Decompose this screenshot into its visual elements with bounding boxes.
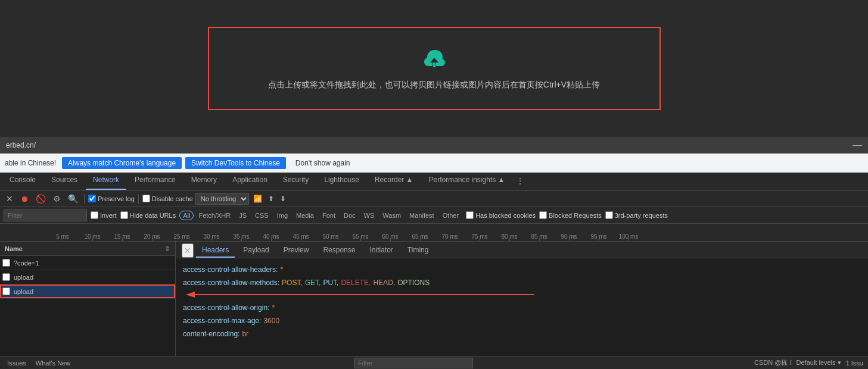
hide-data-urls-label[interactable]: Hide data URLs bbox=[120, 211, 176, 219]
header-name-allow-headers: access-control-allow-headers: bbox=[183, 264, 278, 275]
csdn-watermark: CSDN @栋 / bbox=[754, 358, 792, 367]
import-btn[interactable]: ⬆ bbox=[266, 193, 276, 204]
tab-recorder[interactable]: Recorder ▲ bbox=[368, 171, 421, 190]
request-item-upload1-checkbox[interactable] bbox=[2, 273, 10, 281]
tab-application[interactable]: Application bbox=[225, 171, 275, 190]
filter-img[interactable]: Img bbox=[273, 211, 291, 220]
bottom-tabs: Issues What's New bbox=[5, 358, 73, 368]
request-item-code-checkbox[interactable] bbox=[2, 259, 10, 267]
tab-payload[interactable]: Payload bbox=[237, 243, 275, 258]
wifi-icon-btn[interactable]: 📶 bbox=[251, 193, 264, 204]
record-btn[interactable]: ⏺ bbox=[18, 193, 31, 204]
filter-wasm[interactable]: Wasm bbox=[379, 211, 405, 220]
upload-instruction-text: 点击上传或将文件拖拽到此处，也可以拷贝图片链接或图片内容后在首页按Ctrl+V粘… bbox=[268, 80, 600, 90]
request-item-upload-2[interactable]: upload bbox=[0, 284, 175, 299]
invert-label[interactable]: Invert bbox=[91, 211, 117, 219]
network-timeline: 5 ms 10 ms 15 ms 20 ms 25 ms 30 ms 35 ms… bbox=[0, 224, 868, 242]
filter-ws[interactable]: WS bbox=[360, 211, 378, 220]
requests-name-column-header: Name bbox=[5, 245, 23, 252]
tick-75ms: 75 ms bbox=[465, 233, 494, 241]
header-name-allow-origin: access-control-allow-origin: bbox=[183, 302, 269, 313]
header-name-max-age: access-control-max-age: bbox=[183, 315, 261, 326]
switch-devtools-language-btn[interactable]: Switch DevTools to Chinese bbox=[185, 157, 286, 169]
filter-all[interactable]: All bbox=[179, 211, 194, 220]
svg-marker-2 bbox=[186, 292, 195, 298]
network-toolbar: ✕ ⏺ 🚫 ⚙ 🔍 Preserve log Disable cache No … bbox=[0, 190, 868, 207]
bottom-filter-input[interactable] bbox=[354, 358, 473, 368]
tab-sources[interactable]: Sources bbox=[44, 171, 85, 190]
tab-timing[interactable]: Timing bbox=[402, 243, 435, 258]
preserve-log-label[interactable]: Preserve log bbox=[88, 195, 135, 202]
requests-panel: Name ⇕ ?code=1 upload upload 3 requests … bbox=[0, 242, 176, 369]
default-levels[interactable]: Default levels ▾ bbox=[797, 359, 841, 367]
request-item-upload-1[interactable]: upload bbox=[0, 270, 175, 284]
address-bar: erbed.cn/ — bbox=[0, 137, 868, 154]
header-name-allow-methods: access-control-allow-methods: bbox=[183, 277, 279, 288]
close-panel-btn[interactable]: ✕ bbox=[4, 193, 15, 204]
bottom-tab-whats-new[interactable]: What's New bbox=[33, 358, 73, 368]
tab-headers[interactable]: Headers bbox=[196, 243, 235, 258]
tab-console[interactable]: Console bbox=[2, 171, 43, 190]
tick-90ms: 90 ms bbox=[554, 233, 584, 241]
clear-btn[interactable]: 🚫 bbox=[33, 193, 48, 204]
tab-response[interactable]: Response bbox=[317, 243, 361, 258]
tick-55ms: 55 ms bbox=[346, 233, 375, 241]
tab-initiator[interactable]: Initiator bbox=[363, 243, 399, 258]
upload-box[interactable]: 点击上传或将文件拖拽到此处，也可以拷贝图片链接或图片内容后在首页按Ctrl+V粘… bbox=[208, 27, 661, 110]
blocked-requests-checkbox[interactable] bbox=[539, 211, 547, 219]
search-btn[interactable]: 🔍 bbox=[66, 193, 80, 204]
tick-70ms: 70 ms bbox=[435, 233, 465, 241]
preserve-log-checkbox[interactable] bbox=[88, 195, 96, 202]
tab-lighthouse[interactable]: Lighthouse bbox=[317, 171, 366, 190]
invert-checkbox[interactable] bbox=[91, 211, 98, 219]
tick-25ms: 25 ms bbox=[167, 233, 197, 241]
throttling-select[interactable]: No throttling bbox=[195, 193, 249, 205]
tab-network[interactable]: Network bbox=[86, 171, 126, 190]
tab-preview[interactable]: Preview bbox=[278, 243, 315, 258]
timeline-ticks-container: 5 ms 10 ms 15 ms 20 ms 25 ms 30 ms 35 ms… bbox=[48, 233, 820, 241]
filter-other[interactable]: Other bbox=[439, 211, 463, 220]
blocked-cookies-label[interactable]: Has blocked cookies bbox=[466, 211, 536, 219]
filter-font[interactable]: Font bbox=[319, 211, 339, 220]
blocked-requests-label[interactable]: Blocked Requests bbox=[539, 211, 602, 219]
request-item-code-name: ?code=1 bbox=[14, 259, 39, 267]
header-name-content-encoding: content-encoding: bbox=[183, 329, 239, 339]
address-close-btn[interactable]: — bbox=[853, 140, 862, 151]
requests-header: Name ⇕ bbox=[0, 242, 175, 256]
export-btn[interactable]: ⬇ bbox=[278, 193, 288, 204]
header-value-max-age: 3600 bbox=[263, 315, 279, 326]
tab-performance[interactable]: Performance bbox=[127, 171, 183, 190]
tab-memory[interactable]: Memory bbox=[184, 171, 224, 190]
filter-fetch-xhr[interactable]: Fetch/XHR bbox=[195, 211, 234, 220]
filter-css[interactable]: CSS bbox=[251, 211, 272, 220]
filter-manifest[interactable]: Manifest bbox=[406, 211, 438, 220]
disable-cache-label[interactable]: Disable cache bbox=[142, 195, 193, 202]
header-value-content-encoding: br bbox=[242, 329, 248, 339]
filter-doc[interactable]: Doc bbox=[340, 211, 359, 220]
filter-btn[interactable]: ⚙ bbox=[51, 193, 63, 204]
svg-rect-0 bbox=[433, 62, 435, 67]
tab-performance-insights[interactable]: Performance insights ▲ bbox=[422, 171, 512, 190]
bottom-tab-issues[interactable]: Issues bbox=[5, 358, 29, 368]
disable-cache-checkbox[interactable] bbox=[142, 195, 150, 202]
blocked-cookies-checkbox[interactable] bbox=[466, 211, 474, 219]
network-filter-input[interactable] bbox=[4, 209, 87, 221]
filter-type-tags: All Fetch/XHR JS CSS Img Media Font Doc … bbox=[179, 211, 462, 220]
always-match-language-btn[interactable]: Always match Chrome's language bbox=[62, 157, 182, 169]
close-headers-btn[interactable]: ✕ bbox=[182, 243, 194, 258]
request-item-upload2-checkbox[interactable] bbox=[2, 287, 10, 295]
third-party-checkbox[interactable] bbox=[605, 211, 613, 219]
tick-45ms: 45 ms bbox=[286, 233, 316, 241]
tabs-overflow-btn[interactable]: ⋮ bbox=[513, 172, 527, 190]
third-party-label[interactable]: 3rd-party requests bbox=[605, 211, 668, 219]
network-filter-bar: Invert Hide data URLs All Fetch/XHR JS C… bbox=[0, 207, 868, 224]
toolbar-separator-2 bbox=[138, 194, 139, 204]
request-item-code[interactable]: ?code=1 bbox=[0, 256, 175, 270]
tab-security[interactable]: Security bbox=[276, 171, 316, 190]
hide-data-urls-checkbox[interactable] bbox=[120, 211, 128, 219]
tick-40ms: 40 ms bbox=[256, 233, 286, 241]
third-party-text: 3rd-party requests bbox=[615, 212, 668, 219]
filter-js[interactable]: JS bbox=[235, 211, 250, 220]
filter-media[interactable]: Media bbox=[293, 211, 318, 220]
dont-show-again-btn[interactable]: Don't show again bbox=[290, 157, 356, 169]
